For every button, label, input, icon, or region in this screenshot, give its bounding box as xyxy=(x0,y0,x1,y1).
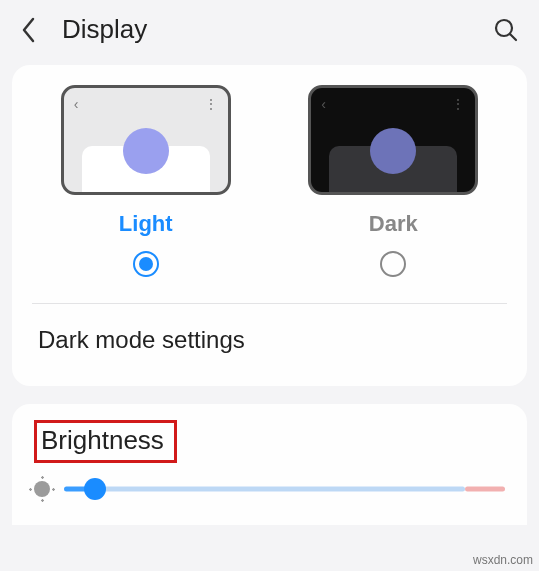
dark-theme-preview: ‹⋮ xyxy=(308,85,478,195)
dark-theme-radio[interactable] xyxy=(380,251,406,277)
brightness-highlight-box: Brightness xyxy=(34,420,177,463)
search-icon[interactable] xyxy=(493,17,519,43)
watermark-text: wsxdn.com xyxy=(473,553,533,567)
theme-option-light[interactable]: ‹⋮ Light xyxy=(46,85,246,277)
brightness-card: Brightness xyxy=(12,404,527,525)
theme-option-dark[interactable]: ‹⋮ Dark xyxy=(293,85,493,277)
brightness-slider[interactable] xyxy=(64,477,505,501)
light-theme-preview: ‹⋮ xyxy=(61,85,231,195)
svg-line-1 xyxy=(510,34,516,40)
light-theme-radio[interactable] xyxy=(133,251,159,277)
sun-icon xyxy=(34,481,50,497)
brightness-label: Brightness xyxy=(41,425,164,455)
dark-theme-label: Dark xyxy=(369,211,418,237)
app-header: Display xyxy=(0,0,539,55)
page-title: Display xyxy=(62,14,493,45)
dark-mode-settings-link[interactable]: Dark mode settings xyxy=(12,304,527,378)
light-theme-label: Light xyxy=(119,211,173,237)
brightness-slider-row xyxy=(34,477,505,501)
theme-card: ‹⋮ Light ‹⋮ Dark Dark mode settings xyxy=(12,65,527,386)
brightness-slider-handle[interactable] xyxy=(84,478,106,500)
back-icon[interactable] xyxy=(20,16,38,44)
theme-options-row: ‹⋮ Light ‹⋮ Dark xyxy=(12,79,527,277)
